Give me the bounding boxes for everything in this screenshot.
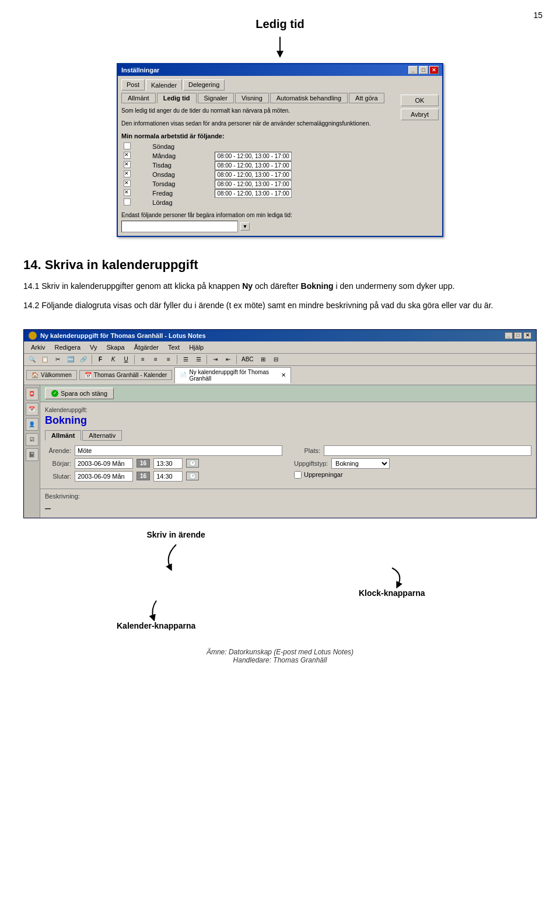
toolbar-btn-K[interactable]: K [107, 355, 119, 364]
ledig-tid-dialog: Inställningar _ □ ✕ Post Kalender Delege… [117, 63, 443, 237]
toolbar-btn-num-list[interactable]: ☰ [192, 355, 204, 364]
lotus-notes-window: Ny kalenderuppgift för Thomas Granhäll -… [23, 329, 537, 518]
menu-vy[interactable]: Vy [85, 343, 102, 352]
sidebar-icon-1[interactable]: 📮 [26, 388, 38, 400]
tab-welcome-icon: 🏠 [32, 372, 38, 378]
checkbox-fredag[interactable] [124, 189, 131, 196]
upprepningar-label: Upprepningar [304, 471, 343, 478]
main-tabs: Post Kalender Delegering [121, 79, 395, 90]
toolbar-btn-2[interactable]: 📋 [39, 355, 51, 364]
menu-redigera[interactable]: Redigera [50, 343, 85, 352]
toolbar-btn-underline[interactable]: U [120, 355, 132, 364]
toolbar-btn-F[interactable]: F [94, 355, 106, 364]
time-onsdag[interactable]: 08:00 - 12:00, 13:00 - 17:00 [215, 170, 291, 179]
toolbar-btn-spell[interactable]: ABC [239, 355, 256, 364]
uppgiftstyp-select[interactable]: Bokning [331, 458, 390, 469]
slutar-time-input[interactable] [153, 471, 183, 482]
checkbox-torsdag[interactable] [124, 180, 131, 187]
toolbar-btn-5[interactable]: 🔗 [78, 355, 89, 364]
time-mandag[interactable]: 08:00 - 12:00, 13:00 - 17:00 [215, 152, 291, 161]
toolbar-btn-3[interactable]: ✂ [52, 355, 64, 364]
form-area: Kalenderuppgift: Bokning Allmänt Alterna… [40, 402, 536, 489]
tab-welcome[interactable]: 🏠 Välkommen [26, 370, 77, 380]
toolbar-btn-align-left[interactable]: ≡ [137, 355, 149, 364]
form-left-column: Ärende: Börjar: 16 🕐 [45, 445, 282, 484]
arrow-klock-icon [374, 565, 410, 588]
toolbar-btn-table[interactable]: ⊞ [257, 355, 269, 364]
borjar-clock-button[interactable]: 🕐 [186, 459, 199, 468]
sidebar-icon-5[interactable]: 📓 [26, 448, 38, 461]
menu-hjalp[interactable]: Hjälp [184, 343, 208, 352]
lotus-maximize-btn[interactable]: □ [514, 332, 522, 339]
tab-delegering[interactable]: Delegering [183, 79, 225, 90]
cancel-button[interactable]: Avbryt [401, 109, 439, 120]
toolbar-btn-indent[interactable]: ⇥ [209, 355, 221, 364]
tab-calendar[interactable]: 📅 Thomas Granhäll - Kalender [79, 370, 173, 380]
form-tab-allmant[interactable]: Allmänt [45, 430, 81, 441]
maximize-button[interactable]: □ [419, 66, 428, 74]
toolbar-sep-5 [236, 355, 237, 364]
toolbar-btn-align-right[interactable]: ≡ [163, 355, 174, 364]
checkbox-tisdag[interactable] [124, 161, 131, 168]
arende-input[interactable] [75, 445, 282, 456]
tab-welcome-label: Välkommen [41, 372, 72, 378]
save-close-button[interactable]: ✓ Spara och stäng [45, 388, 114, 399]
tab-close-icon[interactable]: ✕ [281, 372, 286, 378]
slutar-cal-button[interactable]: 16 [136, 472, 150, 480]
footer-dropdown-btn[interactable]: ▼ [240, 222, 250, 231]
ok-button[interactable]: OK [401, 95, 439, 106]
subtab-attgora[interactable]: Att göra [349, 93, 384, 103]
toolbar-btn-list[interactable]: ☰ [180, 355, 191, 364]
subtab-visning[interactable]: Visning [235, 93, 269, 103]
borjar-date-input[interactable] [75, 458, 133, 469]
tab-new-entry[interactable]: 📄 Ny kalenderuppgift för Thomas Granhäll… [174, 367, 291, 383]
borjar-cal-button[interactable]: 16 [136, 459, 150, 468]
plats-row: Plats: [294, 445, 531, 456]
tab-post[interactable]: Post [121, 79, 145, 90]
toolbar-btn-align-center[interactable]: ≡ [150, 355, 162, 364]
arende-row: Ärende: [45, 445, 282, 456]
slutar-date-input[interactable] [75, 471, 133, 482]
kalender-knapparna-label: Kalender-knapparna [117, 621, 195, 630]
subtab-auto[interactable]: Automatisk behandling [270, 93, 348, 103]
toolbar-btn-4[interactable]: 🔤 [65, 355, 76, 364]
checkbox-mandag[interactable] [124, 152, 131, 159]
checkbox-sondag[interactable] [124, 142, 131, 149]
toolbar-btn-1[interactable]: 🔍 [26, 355, 38, 364]
close-button[interactable]: ✕ [429, 66, 439, 74]
form-tab-alternativ[interactable]: Alternativ [82, 430, 122, 441]
lotus-sidebar: 📮 📅 👤 ☑ 📓 [24, 385, 40, 518]
upprepningar-checkbox[interactable] [294, 471, 302, 479]
plats-input[interactable] [324, 445, 531, 456]
subtab-ledigTid[interactable]: Ledig tid [157, 93, 197, 103]
minimize-button[interactable]: _ [408, 66, 418, 74]
footer-field[interactable] [121, 221, 238, 232]
form-right-column: Plats: Uppgiftstyp: Bokning [294, 445, 531, 484]
sidebar-icon-2[interactable]: 📅 [26, 403, 38, 416]
footer-line2: Handledare: Thomas Granhäll [0, 656, 560, 664]
sidebar-icon-3[interactable]: 👤 [26, 418, 38, 431]
checkbox-lordag[interactable] [124, 198, 131, 205]
subtab-allmant[interactable]: Allmänt [121, 93, 156, 103]
description-area: Beskrivning: – [40, 489, 536, 518]
subtab-signaler[interactable]: Signaler [198, 93, 234, 103]
info-text-2: Den informationen visas sedan för andra … [121, 120, 395, 128]
lotus-minimize-btn[interactable]: _ [505, 332, 513, 339]
menu-skapa[interactable]: Skapa [102, 343, 130, 352]
menu-atgarder[interactable]: Åtgärder [130, 343, 163, 352]
time-tisdag[interactable]: 08:00 - 12:00, 13:00 - 17:00 [215, 161, 291, 170]
arende-label: Ärende: [45, 447, 71, 454]
time-torsdag[interactable]: 08:00 - 12:00, 13:00 - 17:00 [215, 180, 291, 189]
borjar-time-input[interactable] [153, 458, 183, 469]
checkbox-onsdag[interactable] [124, 170, 131, 177]
time-fredag[interactable]: 08:00 - 12:00, 13:00 - 17:00 [215, 189, 291, 198]
menu-text[interactable]: Text [163, 343, 184, 352]
toolbar-btn-table2[interactable]: ⊟ [270, 355, 282, 364]
menu-arkiv[interactable]: Arkiv [26, 343, 50, 352]
sidebar-icon-4[interactable]: ☑ [26, 433, 38, 446]
toolbar-btn-outdent[interactable]: ⇤ [222, 355, 234, 364]
slutar-clock-button[interactable]: 🕑 [186, 472, 199, 480]
page-number: 15 [533, 11, 542, 20]
tab-kalender[interactable]: Kalender [146, 79, 182, 90]
lotus-close-btn[interactable]: ✕ [523, 332, 531, 339]
